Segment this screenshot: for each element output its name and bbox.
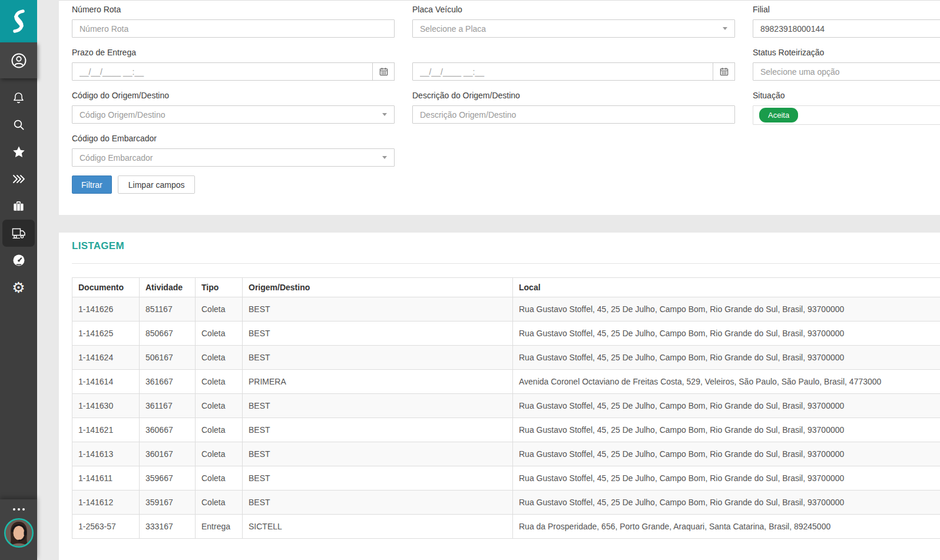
table-cell: 1-141626 <box>72 297 140 322</box>
table-cell: BEST <box>243 418 513 442</box>
table-cell: Coleta <box>196 466 243 491</box>
placa-veiculo-select[interactable]: Selecione a Placa <box>412 19 735 38</box>
table-cell: PRIMERA <box>243 370 513 394</box>
field-label: Situação <box>753 90 940 101</box>
table-header-row: DocumentoAtividadeTipoOrigem/DestinoLoca… <box>72 278 940 297</box>
status-badge: Aceita <box>759 108 798 122</box>
table-row[interactable]: 1-141612359167ColetaBESTRua Gustavo Stof… <box>72 491 940 515</box>
sidebar-item-settings[interactable]: ⚙ <box>0 274 37 301</box>
table-cell: Rua Gustavo Stoffel, 45, 25 De Julho, Ca… <box>513 442 940 466</box>
field-status-roteirizacao: Status Roteirização Selecione uma opção <box>753 47 940 81</box>
filter-button[interactable]: Filtrar <box>72 175 112 194</box>
table-cell: Entrega <box>196 515 243 539</box>
table-cell: 1-141612 <box>72 491 140 515</box>
sidebar-item-routes[interactable] <box>2 220 35 247</box>
table-cell: Avenida Coronel Octaviano de Freitas Cos… <box>513 370 940 394</box>
calendar-button[interactable] <box>713 62 735 81</box>
clear-fields-button[interactable]: Limpar campos <box>118 175 196 194</box>
table-cell: BEST <box>243 346 513 370</box>
table-cell: 361667 <box>140 370 196 394</box>
descricao-origem-destino-input[interactable] <box>412 105 735 124</box>
table-row[interactable]: 1-141613360167ColetaBESTRua Gustavo Stof… <box>72 442 940 466</box>
codigo-origem-destino-select[interactable]: Código Origem/Destino <box>72 105 395 124</box>
chevron-down-icon <box>723 27 727 30</box>
sidebar-item-services[interactable] <box>0 193 37 220</box>
calendar-button[interactable] <box>372 62 395 81</box>
table-cell: BEST <box>243 466 513 491</box>
support-avatar[interactable] <box>4 518 34 548</box>
table-cell: Rua Gustavo Stoffel, 45, 25 De Julho, Ca… <box>513 466 940 491</box>
sidebar-item-search[interactable] <box>0 111 37 138</box>
calendar-icon <box>720 67 729 76</box>
field-placa-veiculo: Placa Veículo Selecione a Placa <box>412 4 735 38</box>
table-row[interactable]: 1-141624506167ColetaBESTRua Gustavo Stof… <box>72 346 940 370</box>
table-cell: Rua Gustavo Stoffel, 45, 25 De Julho, Ca… <box>513 297 940 322</box>
avatar <box>4 518 34 548</box>
table-cell: Coleta <box>196 322 243 346</box>
table-cell: BEST <box>243 394 513 418</box>
column-header: Atividade <box>140 278 196 297</box>
table-row[interactable]: 1-141626851167ColetaBESTRua Gustavo Stof… <box>72 297 940 322</box>
field-situacao: Situação Aceita <box>753 90 940 125</box>
table-cell: Coleta <box>196 370 243 394</box>
listing-title: LISTAGEM <box>72 240 940 252</box>
table-cell: SICTELL <box>243 515 513 539</box>
table-row[interactable]: 1-141625850667ColetaBESTRua Gustavo Stof… <box>72 322 940 346</box>
sidebar-item-user[interactable] <box>0 42 37 78</box>
table-cell: Coleta <box>196 418 243 442</box>
status-roteirizacao-select[interactable]: Selecione uma opção <box>753 62 940 81</box>
table-cell: Rua Gustavo Stoffel, 45, 25 De Julho, Ca… <box>513 491 940 515</box>
field-label: Código do Embarcador <box>72 132 395 144</box>
table-cell: 359167 <box>140 491 196 515</box>
prazo-entrega-end-input[interactable] <box>412 62 735 81</box>
field-prazo-entrega: Prazo de Entrega <box>72 47 395 81</box>
bell-icon <box>11 91 26 105</box>
numero-rota-input[interactable] <box>72 19 395 38</box>
sidebar-item-favorites[interactable] <box>0 138 37 165</box>
field-numero-rota: Número Rota <box>72 4 395 38</box>
codigo-embarcador-select[interactable]: Código Embarcador <box>72 148 395 167</box>
filial-input[interactable] <box>753 19 940 38</box>
table-row[interactable]: 1-141630361167ColetaBESTRua Gustavo Stof… <box>72 394 940 418</box>
table-cell: 1-141614 <box>72 370 140 394</box>
ellipsis-icon <box>13 508 15 511</box>
table-row[interactable]: 1-141611359667ColetaBESTRua Gustavo Stof… <box>72 466 940 491</box>
table-cell: BEST <box>243 297 513 322</box>
sidebar-item-expand[interactable] <box>0 165 37 193</box>
table-cell: Coleta <box>196 442 243 466</box>
chevron-down-icon <box>382 113 387 116</box>
table-row[interactable]: 1-141614361667ColetaPRIMERAAvenida Coron… <box>72 370 940 394</box>
sidebar-item-notifications[interactable] <box>0 84 37 111</box>
table-row[interactable]: 1-2563-57333167EntregaSICTELLRua da Pros… <box>72 515 940 539</box>
table-cell: 851167 <box>140 297 196 322</box>
field-codigo-origem-destino: Código do Origem/Destino Código Origem/D… <box>72 90 395 124</box>
app-logo[interactable] <box>0 0 37 42</box>
user-icon <box>10 52 28 69</box>
column-header: Origem/Destino <box>243 278 513 297</box>
table-cell: Rua Gustavo Stoffel, 45, 25 De Julho, Ca… <box>513 418 940 442</box>
field-filial: Filial <box>753 4 940 38</box>
table-cell: Coleta <box>196 394 243 418</box>
sidebar-footer <box>0 499 37 560</box>
table-cell: 1-141611 <box>72 466 140 491</box>
table-cell: Coleta <box>196 297 243 322</box>
brand-s-icon <box>9 8 29 34</box>
select-placeholder: Código Embarcador <box>80 153 382 163</box>
table-cell: Rua Gustavo Stoffel, 45, 25 De Julho, Ca… <box>513 322 940 346</box>
sidebar-more-button[interactable] <box>13 508 25 511</box>
briefcase-icon <box>11 199 26 214</box>
sidebar-item-dashboard[interactable] <box>0 247 37 274</box>
select-placeholder: Selecione a Placa <box>420 24 723 34</box>
prazo-entrega-start-input[interactable] <box>72 62 395 81</box>
table-cell: 360667 <box>140 418 196 442</box>
field-descricao-origem-destino: Descrição do Origem/Destino <box>412 90 735 124</box>
column-header: Documento <box>72 278 140 297</box>
table-cell: 359667 <box>140 466 196 491</box>
field-label: Descrição do Origem/Destino <box>412 90 735 101</box>
field-label: Status Roteirização <box>753 47 940 58</box>
table-cell: Coleta <box>196 346 243 370</box>
filter-column-1: Número Rota Prazo de Entrega <box>72 4 395 194</box>
situacao-select[interactable]: Aceita <box>753 105 940 125</box>
table-row[interactable]: 1-141621360667ColetaBESTRua Gustavo Stof… <box>72 418 940 442</box>
table-cell: 361167 <box>140 394 196 418</box>
